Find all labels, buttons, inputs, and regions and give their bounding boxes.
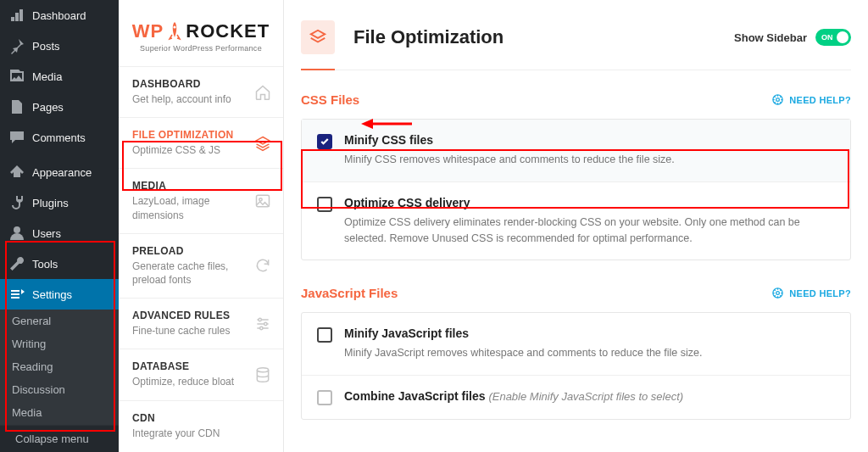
rnav-file-optimization[interactable]: FILE OPTIMIZATION Optimize CSS & JS (119, 117, 283, 168)
rnav-title: ADVANCED RULES (132, 310, 246, 321)
wp-admin-sidebar: Dashboard Posts Media Pages Comments App… (0, 0, 119, 452)
option-title: Minify CSS files (344, 133, 835, 147)
nav-label: Users (32, 227, 61, 240)
nav-appearance[interactable]: Appearance (0, 157, 119, 187)
rnav-sub: Integrate your CDN (132, 427, 246, 440)
dashboard-icon (8, 7, 25, 24)
svg-point-4 (259, 198, 262, 201)
nav-tools[interactable]: Tools (0, 248, 119, 279)
rnav-sub: Fine-tune cache rules (132, 324, 246, 338)
rnav-database[interactable]: DATABASE Optimize, reduce bloat (119, 349, 283, 399)
layers-icon (254, 135, 271, 152)
subnav-general[interactable]: General (0, 310, 119, 332)
nav-label: Posts (32, 40, 60, 53)
subnav-media[interactable]: Media (0, 401, 119, 424)
subnav-writing[interactable]: Writing (0, 332, 119, 355)
help-icon (771, 93, 784, 106)
rnav-title: MEDIA (132, 180, 246, 192)
rnav-title: CDN (132, 412, 246, 424)
combine-js-checkbox[interactable] (317, 390, 332, 405)
combine-js-option[interactable]: Combine JavaScript files (Enable Minify … (302, 376, 850, 419)
option-desc: Minify CSS removes whitespace and commen… (344, 152, 835, 168)
rnav-advanced[interactable]: ADVANCED RULES Fine-tune cache rules (119, 298, 283, 349)
toggle-on-text: ON (821, 33, 833, 42)
logo-tagline: Superior WordPress Performance (140, 44, 262, 53)
pages-icon (8, 98, 25, 115)
nav-label: Media (32, 70, 62, 83)
option-title: Optimize CSS delivery (344, 196, 835, 209)
pin-icon (8, 37, 25, 54)
nav-label: Comments (32, 131, 86, 144)
rnav-media[interactable]: MEDIA LazyLoad, image dimensions (119, 168, 283, 232)
rnav-preload[interactable]: PRELOAD Generate cache files, preload fo… (119, 233, 283, 298)
plugins-icon (8, 194, 25, 211)
minify-css-checkbox[interactable] (317, 134, 332, 149)
page-title: File Optimization (353, 26, 504, 48)
rnav-cdn[interactable]: CDN Integrate your CDN (119, 400, 283, 451)
nav-label: Settings (32, 288, 72, 301)
svg-point-2 (174, 25, 176, 28)
svg-point-5 (259, 318, 261, 321)
show-sidebar-toggle[interactable]: Show Sidebar ON (734, 29, 851, 46)
collapse-menu[interactable]: Collapse menu (0, 425, 119, 452)
home-icon (254, 84, 271, 101)
optimize-css-option[interactable]: Optimize CSS delivery Optimize CSS deliv… (302, 182, 850, 260)
nav-label: Dashboard (32, 9, 86, 22)
main-panel: File Optimization Show Sidebar ON CSS Fi… (284, 0, 868, 452)
option-desc: Minify JavaScript removes whitespace and… (344, 345, 835, 361)
minify-js-option[interactable]: Minify JavaScript files Minify JavaScrip… (302, 313, 850, 376)
help-label: NEED HELP? (789, 288, 851, 299)
rnav-dashboard[interactable]: DASHBOARD Get help, account info (119, 66, 283, 117)
svg-point-10 (776, 98, 780, 102)
rnav-sub: Generate cache files, preload fonts (132, 259, 246, 287)
nav-dashboard[interactable]: Dashboard (0, 0, 119, 31)
rnav-sub: Get help, account info (132, 92, 246, 106)
rnav-sub: Optimize CSS & JS (132, 143, 246, 157)
minify-js-checkbox[interactable] (317, 327, 332, 343)
nav-label: Appearance (32, 166, 92, 179)
rnav-sub: LazyLoad, image dimensions (132, 194, 246, 221)
database-icon (254, 366, 271, 383)
svg-point-7 (260, 326, 263, 329)
svg-point-6 (264, 322, 267, 325)
refresh-icon (254, 257, 271, 274)
logo-rocket: ROCKET (186, 20, 270, 42)
rocket-icon (167, 21, 182, 42)
css-section-head: CSS Files NEED HELP? (301, 92, 851, 107)
nav-label: Plugins (32, 197, 69, 209)
nav-settings[interactable]: Settings (0, 279, 119, 310)
nav-comments[interactable]: Comments (0, 122, 119, 153)
subnav-discussion[interactable]: Discussion (0, 378, 119, 401)
nav-label: Pages (32, 101, 64, 114)
need-help-link[interactable]: NEED HELP? (771, 287, 851, 299)
rnav-title: DASHBOARD (132, 78, 246, 90)
rnav-sub: Optimize, reduce bloat (132, 375, 246, 388)
toggle-label: Show Sidebar (734, 31, 807, 44)
image-icon (254, 193, 271, 209)
need-help-link[interactable]: NEED HELP? (771, 93, 851, 106)
nav-pages[interactable]: Pages (0, 92, 119, 122)
help-label: NEED HELP? (789, 95, 851, 105)
section-title-js: JavaScript Files (301, 286, 398, 300)
rocket-logo: WP ROCKET Superior WordPress Performance (119, 0, 283, 66)
logo-wp: WP (132, 20, 164, 42)
nav-plugins[interactable]: Plugins (0, 187, 119, 218)
subnav-reading[interactable]: Reading (0, 355, 119, 378)
svg-point-8 (257, 368, 268, 372)
option-title: Combine JavaScript files (Enable Minify … (344, 389, 835, 403)
layers-icon (301, 20, 335, 54)
minify-css-option[interactable]: Minify CSS files Minify CSS removes whit… (302, 120, 850, 182)
css-panel: Minify CSS files Minify CSS removes whit… (301, 119, 851, 260)
sliders-icon (254, 315, 271, 332)
settings-icon (8, 286, 25, 303)
toggle-switch[interactable]: ON (815, 29, 851, 46)
rnav-title: FILE OPTIMIZATION (132, 129, 246, 141)
main-header: File Optimization Show Sidebar ON (301, 20, 851, 70)
optimize-css-checkbox[interactable] (317, 197, 332, 212)
tools-icon (8, 255, 25, 272)
appearance-icon (8, 164, 25, 181)
nav-users[interactable]: Users (0, 218, 119, 248)
nav-label: Tools (32, 258, 58, 271)
nav-media[interactable]: Media (0, 61, 119, 92)
nav-posts[interactable]: Posts (0, 31, 119, 61)
